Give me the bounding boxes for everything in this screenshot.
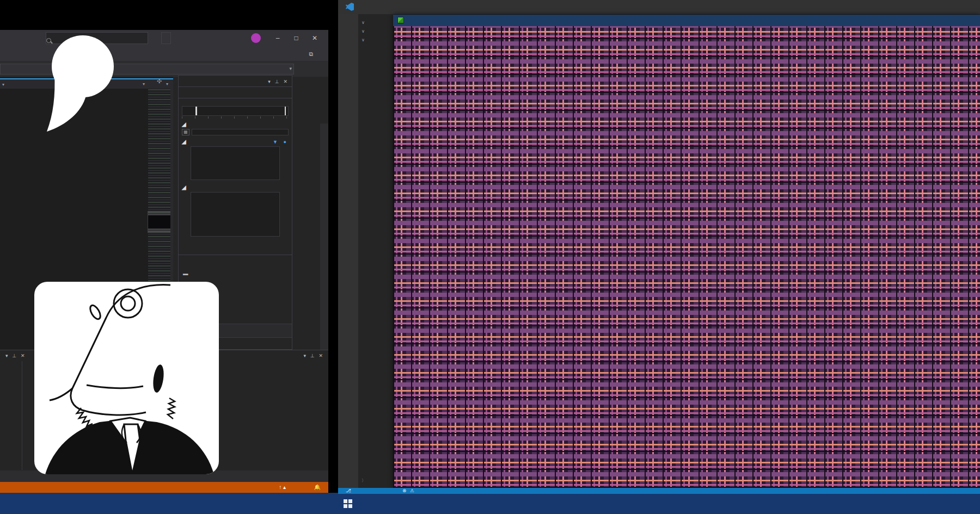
game-app-icon <box>397 17 404 23</box>
start-button[interactable] <box>344 499 352 508</box>
pin-icon[interactable]: ⊥ <box>275 79 279 84</box>
cpu-section-header[interactable]: ◢ <box>179 184 186 190</box>
memory-section-header[interactable]: ◢ <box>179 139 186 145</box>
diagnostic-tools-header[interactable]: ▾ ⊥ ✕ <box>179 76 292 86</box>
record-icon[interactable]: ● <box>284 139 286 145</box>
diagnostics-tab-strip <box>179 244 292 255</box>
taskbar-left-monitor <box>0 493 338 514</box>
game-window <box>393 15 980 488</box>
white-blob-overlay <box>38 33 120 141</box>
close-icon[interactable]: ✕ <box>318 353 323 358</box>
memory-chart <box>191 146 280 180</box>
git-branch-indicator[interactable]: ⎇ <box>346 488 351 494</box>
dub-section[interactable]: 〉 <box>358 475 367 485</box>
split-editor-icon[interactable]: ✣ <box>157 78 162 85</box>
panel-menu-icon[interactable]: ▾ <box>268 79 271 84</box>
lizard-avatar-image <box>34 282 219 474</box>
cpu-chart <box>191 192 280 237</box>
thread-dropdown[interactable]: ▾ <box>103 64 294 75</box>
game-title-bar[interactable] <box>393 15 980 26</box>
game-viewport[interactable] <box>393 26 980 488</box>
events-track <box>192 129 289 135</box>
vs-status-bar: ↑ ▴ 🔔 <box>0 482 328 493</box>
notifications-icon[interactable]: 🔔 <box>314 482 321 493</box>
minimize-button[interactable]: – <box>268 30 287 46</box>
vs-config-dropdown[interactable] <box>161 32 171 44</box>
diagnostics-session-text <box>179 98 292 102</box>
filter-icon[interactable]: ▼ <box>273 139 278 145</box>
explorer-sidebar: ∨ ∨ ∨ 〉 <box>358 14 393 488</box>
maximize-button[interactable]: □ <box>287 30 305 46</box>
project-section[interactable]: ∨ <box>358 26 393 35</box>
diagnostics-toolbar <box>179 86 292 98</box>
vs-user-avatar[interactable] <box>251 33 261 43</box>
add-to-source-control-button[interactable]: ↑ ▴ <box>279 482 286 493</box>
problems-indicator[interactable]: ⊗ ⚠ <box>402 488 414 494</box>
vscode-status-bar: ⎇ ⊗ ⚠ <box>338 488 980 494</box>
close-button[interactable]: ✕ <box>305 30 324 46</box>
vscode-window: ∨ ∨ ∨ 〉 ⎇ ⊗ ⚠ <box>338 0 980 514</box>
activity-bar <box>338 14 358 488</box>
panel-menu-icon[interactable]: ▾ <box>5 353 8 358</box>
live-share-button[interactable]: ⧉ <box>309 46 314 61</box>
vscode-title-bar <box>338 0 980 14</box>
show-events-link[interactable]: ▬ <box>179 270 292 276</box>
diagnostics-timeline[interactable] <box>182 106 289 116</box>
close-icon[interactable]: ✕ <box>21 353 25 358</box>
vscode-logo-icon <box>346 3 354 11</box>
desktop: – □ ✕ ⧉ ▾ ▼ ▾ ▾ ▾ ▾ <box>0 0 980 514</box>
events-section-header[interactable]: ◢ <box>179 121 186 127</box>
pin-icon[interactable]: ⊥ <box>310 353 315 358</box>
open-editors-section[interactable]: ∨ <box>358 17 393 26</box>
pin-icon[interactable]: ⊥ <box>12 353 16 358</box>
taskbar-main <box>338 494 980 514</box>
close-icon[interactable]: ✕ <box>283 79 287 84</box>
outline-section[interactable]: ∨ <box>358 35 393 44</box>
panel-menu-icon[interactable]: ▾ <box>304 353 307 358</box>
events-track-icon: ▦ <box>182 129 189 135</box>
